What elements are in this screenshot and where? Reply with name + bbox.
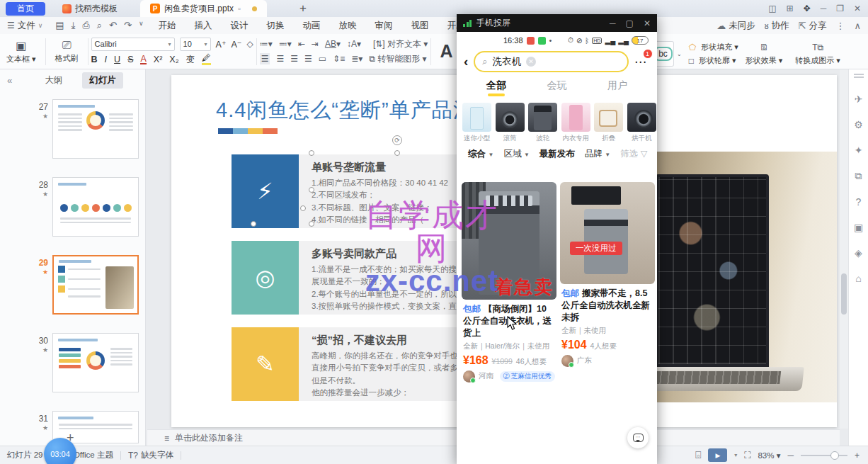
adjust-settings-icon[interactable]: ⚙ — [854, 119, 863, 130]
panel-grip[interactable] — [854, 74, 864, 78]
category-mini[interactable]: 迷你小型 — [462, 103, 493, 143]
align-center-button[interactable]: ☰ — [276, 54, 284, 64]
selection-handle[interactable] — [309, 221, 314, 227]
menu-transition[interactable]: 切换 — [258, 20, 294, 32]
seller-avatar[interactable] — [561, 355, 573, 367]
font-name-select[interactable]: Calibri▾ — [91, 38, 175, 51]
shape-fill-button[interactable]: 形状填充 ▾ — [701, 42, 738, 52]
reference-book-icon[interactable]: ⌂ — [855, 273, 861, 284]
paragraph-spacing-button[interactable]: ⇕≡ — [333, 54, 345, 64]
bullet-list-button[interactable]: ≔▾ — [260, 39, 273, 49]
increase-font-button[interactable]: A⁺ — [216, 39, 227, 50]
text-style-dark-button[interactable]: A — [440, 41, 452, 62]
slide-thumbnail-27[interactable] — [52, 99, 139, 159]
share-button[interactable]: ⇱分享 — [799, 20, 827, 32]
convert-diagram-button[interactable]: 转换成图示 ▾ — [795, 55, 840, 66]
assistant-icon[interactable]: ✥ — [804, 4, 811, 13]
selection-handle[interactable] — [251, 221, 256, 227]
justify-button[interactable]: ☰ — [304, 54, 312, 64]
minimize-button[interactable]: ─ — [821, 4, 827, 13]
phone-close-button[interactable]: ✕ — [644, 18, 651, 28]
shape-effect-button[interactable]: 形状效果 ▾ — [746, 55, 783, 66]
play-options-chevron[interactable]: ▾ — [734, 452, 737, 458]
print-icon[interactable]: ⎙ — [82, 20, 89, 31]
file-menu[interactable]: ☰ 文件 ∨ — [0, 20, 50, 32]
distribute-button[interactable]: ▭ — [319, 54, 326, 64]
tab-all[interactable]: 全部 — [486, 79, 506, 92]
selection-handle[interactable] — [309, 187, 314, 193]
tab-outline[interactable]: 大纲 — [38, 72, 69, 89]
decrease-font-button[interactable]: A⁻ — [232, 39, 242, 50]
preview-icon[interactable]: ⌕ — [97, 20, 102, 31]
underline-button[interactable]: U — [114, 55, 120, 64]
align-right-button[interactable]: ☰ — [290, 54, 298, 64]
zoom-out-button[interactable]: ─ — [787, 451, 794, 460]
align-text-button[interactable]: [⇅] 对齐文本 ▾ — [373, 38, 428, 50]
menu-slideshow[interactable]: 放映 — [330, 20, 366, 32]
collaborate-button[interactable]: ᴕ协作 — [765, 20, 789, 32]
filter-sort[interactable]: 综合 ▼ — [468, 148, 493, 160]
chat-fab-button[interactable]: ⋯ — [627, 427, 649, 448]
workspace-grid-icon[interactable]: ⊞ — [787, 4, 794, 13]
increase-indent-button[interactable]: ⇥ — [312, 39, 319, 49]
tab-docer[interactable]: 找稻壳模板 — [55, 3, 125, 15]
safety-icon[interactable]: ◈ — [855, 247, 862, 259]
tab-document[interactable]: P 闲鱼卖货项目.pptx ▫ — [140, 0, 267, 17]
quick-tools-icon[interactable]: ✈ — [855, 94, 863, 105]
shape-outline-button[interactable]: 形状轮廓 ▾ — [699, 55, 736, 66]
strikethrough-button[interactable]: S — [127, 55, 133, 64]
vertical-scrollbar[interactable] — [840, 69, 848, 429]
menu-design[interactable]: 设计 — [222, 20, 258, 32]
subscript-button[interactable]: X₂ — [169, 55, 178, 64]
selection-handle[interactable] — [309, 150, 314, 156]
undo-icon[interactable]: ↶ — [109, 20, 117, 31]
tab-users[interactable]: 用户 — [607, 79, 627, 92]
more-options-icon[interactable]: ⋮ — [835, 21, 845, 31]
new-tab-button[interactable]: + — [299, 1, 307, 16]
theme-label[interactable]: Office 主题 — [74, 450, 113, 460]
more-chevron-icon[interactable]: ∨ — [139, 20, 144, 31]
reading-view-icon[interactable]: ⌺ — [695, 449, 701, 461]
menu-start[interactable]: 开始 — [149, 20, 185, 32]
line-height-button[interactable]: ≣▾ — [351, 54, 362, 64]
menu-insert[interactable]: 插入 — [185, 20, 222, 32]
product-card-1[interactable]: 着急卖 包邮【商场倒闭】10公斤全自动洗衣机，送货上 全新｜Haier/海尔｜未… — [462, 182, 556, 383]
decrease-indent-button[interactable]: ⇤ — [298, 39, 305, 49]
maximize-button[interactable]: ❐ — [836, 4, 844, 13]
menu-review[interactable]: 审阅 — [366, 20, 402, 32]
back-icon[interactable]: ‹ — [464, 54, 468, 69]
product-card-2[interactable]: 一次没用过 包邮搬家带不走，8.5公斤全自动洗衣机全新未拆 全新｜未使用 ¥10… — [560, 182, 655, 367]
slide-thumbnail-30[interactable] — [52, 333, 139, 392]
highlight-button[interactable]: 🖉 — [202, 54, 211, 65]
superscript-button[interactable]: X² — [154, 55, 163, 64]
rotate-handle[interactable]: ⟳ — [392, 135, 402, 145]
font-color-button[interactable]: A — [140, 55, 146, 65]
filter-region[interactable]: 区域 ▼ — [503, 148, 529, 160]
sync-status[interactable]: ☁未同步 — [716, 20, 755, 32]
bold-button[interactable]: B — [91, 55, 98, 64]
zoom-in-button[interactable]: + — [855, 451, 860, 460]
save-icon[interactable]: ▤ — [55, 20, 64, 31]
category-drum[interactable]: 滚筒 — [495, 103, 526, 143]
phone-maximize-button[interactable]: ▢ — [626, 18, 634, 28]
seller-avatar[interactable] — [463, 370, 475, 383]
collapse-ribbon-icon[interactable]: ∧ — [854, 21, 861, 31]
category-foldable[interactable]: 折叠 — [593, 103, 624, 143]
menu-view[interactable]: 视图 — [402, 20, 438, 32]
filter-brand[interactable]: 品牌 ▼ — [585, 148, 610, 160]
category-pulsator[interactable]: 波轮 — [527, 103, 559, 143]
filter-more[interactable]: 筛选 ▽ — [620, 148, 647, 160]
tab-play[interactable]: 会玩 — [547, 79, 567, 92]
phonetic-guide-button[interactable]: 变 — [186, 54, 195, 66]
smart-graphic-button[interactable]: ⧉ 转智能图形 ▾ — [369, 53, 426, 65]
more-menu-button[interactable]: ⋯1 — [634, 55, 650, 69]
slide-thumbnail-28[interactable] — [52, 177, 139, 237]
zoom-slider-knob[interactable] — [830, 451, 839, 460]
zoom-slider[interactable] — [801, 455, 847, 456]
selection-handle[interactable] — [300, 205, 306, 211]
category-dryer[interactable]: 烘干机 — [627, 103, 658, 143]
category-underwear[interactable]: 内衣专用 — [561, 103, 592, 143]
phone-window-titlebar[interactable]: 手机投屏 ─ ▢ ✕ — [457, 14, 657, 32]
text-direction-button[interactable]: AB▾ — [325, 39, 341, 49]
redo-icon[interactable]: ↷ — [124, 20, 132, 31]
